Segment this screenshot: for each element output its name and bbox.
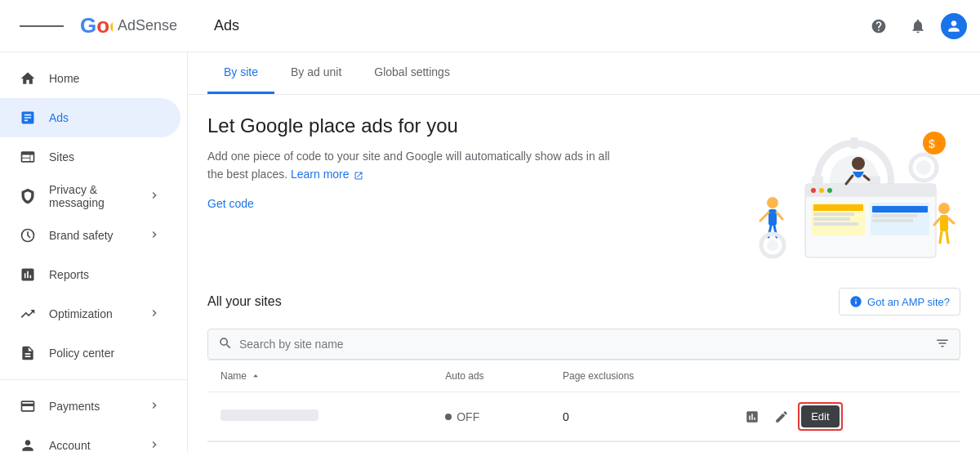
- sidebar-item-label: Payments: [49, 400, 135, 413]
- home-icon: [20, 70, 36, 87]
- sidebar-item-ads[interactable]: Ads: [0, 98, 180, 137]
- cell-auto-ads: OFF: [432, 392, 550, 441]
- topbar-icons: [862, 10, 967, 43]
- sidebar-item-optimization[interactable]: Optimization: [0, 294, 180, 333]
- sidebar-item-label: Brand safety: [49, 229, 135, 242]
- chart-button[interactable]: [739, 404, 765, 430]
- svg-point-40: [767, 239, 778, 251]
- help-button[interactable]: [862, 10, 895, 43]
- edit-button[interactable]: Edit: [801, 405, 839, 427]
- chart-icon: [745, 409, 760, 424]
- bell-icon: [910, 18, 926, 34]
- tab-by-ad-unit[interactable]: By ad unit: [274, 52, 358, 94]
- svg-rect-6: [812, 176, 823, 184]
- sidebar-item-account[interactable]: Account: [0, 426, 180, 452]
- search-icon: [218, 336, 233, 353]
- avatar-icon: [946, 18, 962, 34]
- tab-global-settings[interactable]: Global settings: [358, 52, 466, 94]
- notifications-button[interactable]: [902, 10, 934, 43]
- edit-button-container: Edit: [798, 402, 842, 431]
- brand-safety-icon: [20, 227, 36, 244]
- learn-more-link[interactable]: Learn more: [291, 168, 350, 181]
- svg-point-24: [852, 157, 865, 170]
- sidebar-item-label: Optimization: [49, 307, 135, 320]
- svg-rect-4: [850, 137, 858, 149]
- sidebar-item-policy-center[interactable]: Policy center: [0, 333, 180, 373]
- external-link-icon: [354, 171, 363, 181]
- svg-point-10: [811, 188, 816, 193]
- sort-icon[interactable]: [250, 370, 261, 382]
- privacy-icon: [20, 188, 36, 204]
- payments-icon: [20, 398, 36, 414]
- cell-page-exclusions: 0: [550, 392, 726, 441]
- sites-icon: [20, 149, 36, 165]
- svg-rect-17: [813, 222, 858, 226]
- hero-title: Let Google place ads for you: [207, 114, 616, 137]
- tabs-bar: By site By ad unit Global settings: [188, 52, 980, 95]
- hero-description: Add one piece of code to your site and G…: [207, 147, 616, 184]
- hero-text: Let Google place ads for you Add one pie…: [207, 114, 616, 210]
- google-logo-icon: Google: [80, 15, 113, 37]
- avatar[interactable]: [941, 13, 967, 39]
- th-actions: [726, 360, 960, 392]
- sidebar-item-label: Policy center: [49, 347, 161, 360]
- page-title: Ads: [201, 17, 862, 34]
- sites-section-header: All your sites Got an AMP site?: [207, 288, 960, 316]
- ads-icon: [20, 110, 36, 126]
- svg-text:$: $: [929, 137, 935, 150]
- sidebar-item-home[interactable]: Home: [0, 59, 180, 98]
- chevron-right-icon: [148, 438, 161, 453]
- amp-button[interactable]: Got an AMP site?: [839, 288, 960, 316]
- sidebar-item-label: Home: [49, 72, 161, 85]
- row-actions: Edit: [739, 402, 947, 431]
- sites-title: All your sites: [207, 294, 282, 309]
- chevron-right-icon: [148, 399, 161, 414]
- table-footer: Show rows: 10 25 50 1 - 1 of 1: [207, 441, 960, 452]
- chevron-right-icon: [148, 189, 161, 204]
- svg-point-12: [827, 188, 832, 193]
- ads-illustration-icon: $: [732, 114, 960, 262]
- get-code-button[interactable]: Get code: [207, 197, 254, 210]
- content-area: By site By ad unit Global settings Let G…: [188, 52, 980, 452]
- info-icon: [849, 295, 862, 308]
- th-name: Name: [207, 360, 432, 392]
- content-body: Let Google place ads for you Add one pie…: [188, 95, 980, 452]
- sidebar-nav: Home Ads Sites Privacy: [0, 59, 187, 452]
- svg-line-38: [947, 231, 948, 243]
- svg-rect-7: [869, 176, 880, 184]
- th-page-exclusions: Page exclusions: [550, 360, 726, 392]
- sidebar-divider: [0, 379, 187, 380]
- sidebar-item-label: Sites: [49, 150, 161, 163]
- chevron-right-icon: [148, 228, 161, 244]
- search-bar: [207, 329, 960, 360]
- filter-icon[interactable]: [935, 336, 950, 353]
- sites-table: Name Auto ads Page exclusions: [207, 360, 960, 441]
- topbar-left: Google AdSense: [13, 15, 201, 37]
- menu-button[interactable]: [13, 16, 70, 36]
- sidebar-item-label: Reports: [49, 268, 161, 281]
- sidebar-item-privacy-messaging[interactable]: Privacy & messaging: [0, 177, 180, 216]
- table-header-row: Name Auto ads Page exclusions: [207, 360, 960, 392]
- sidebar-item-brand-safety[interactable]: Brand safety: [0, 216, 180, 255]
- svg-text:Google: Google: [80, 15, 113, 37]
- sidebar: Home Ads Sites Privacy: [0, 52, 188, 452]
- svg-rect-14: [813, 204, 863, 211]
- policy-icon: [20, 345, 36, 361]
- sidebar-item-reports[interactable]: Reports: [0, 255, 180, 294]
- table-row: OFF 0: [207, 392, 960, 441]
- blurred-site-name: [220, 409, 318, 421]
- svg-point-23: [916, 160, 931, 175]
- sidebar-item-sites[interactable]: Sites: [0, 137, 180, 177]
- sidebar-item-payments[interactable]: Payments: [0, 387, 180, 426]
- svg-line-30: [777, 213, 782, 219]
- edit-pencil-button[interactable]: [768, 404, 795, 430]
- th-auto-ads: Auto ads: [432, 360, 550, 392]
- tab-by-site[interactable]: By site: [207, 52, 274, 94]
- page-exclusions-value: 0: [563, 410, 569, 423]
- svg-rect-28: [768, 209, 777, 226]
- help-icon: [871, 18, 887, 34]
- main-layout: Home Ads Sites Privacy: [0, 52, 980, 452]
- sidebar-item-label: Ads: [49, 111, 161, 124]
- svg-rect-9: [805, 184, 936, 197]
- search-input[interactable]: [239, 329, 935, 359]
